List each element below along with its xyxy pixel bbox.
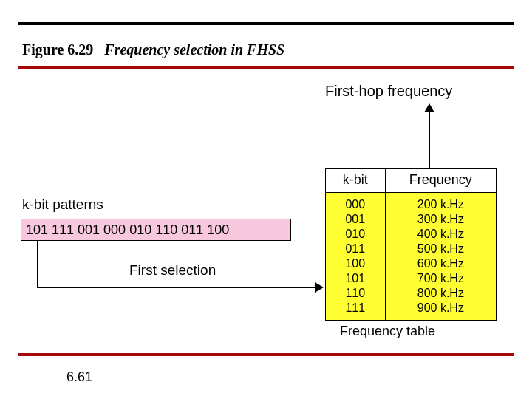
table-row: 600 k.Hz	[386, 256, 496, 271]
arrow-up-stem	[429, 111, 430, 163]
top-rule	[18, 22, 514, 25]
table-col-kbit: 000 001 010 011 100 101 110 111	[326, 193, 386, 320]
table-col-freq: 200 k.Hz 300 k.Hz 400 k.Hz 500 k.Hz 600 …	[386, 193, 496, 320]
kbit-patterns-label: k-bit patterns	[22, 197, 103, 213]
table-row: 200 k.Hz	[386, 197, 496, 212]
table-row: 100	[326, 256, 385, 271]
table-row: 400 k.Hz	[386, 227, 496, 242]
frequency-table: k-bit Frequency 000 001 010 011 100 101 …	[325, 168, 497, 321]
figure-caption: Frequency selection in FHSS	[104, 41, 284, 58]
table-row: 300 k.Hz	[386, 212, 496, 227]
table-row: 110	[326, 286, 385, 301]
arrow-right-head-icon	[315, 282, 324, 293]
table-row: 001	[326, 212, 385, 227]
bottom-rule	[18, 353, 514, 356]
table-row: 700 k.Hz	[386, 271, 496, 286]
table-header-freq: Frequency	[386, 169, 496, 192]
frequency-table-caption: Frequency table	[340, 324, 435, 339]
table-row: 101	[326, 271, 385, 286]
first-selection-label: First selection	[129, 262, 216, 279]
table-row: 010	[326, 227, 385, 242]
first-hop-label: First-hop frequency	[325, 83, 452, 100]
table-row: 800 k.Hz	[386, 286, 496, 301]
table-row: 011	[326, 242, 385, 256]
arrow-selection-horizontal	[37, 287, 315, 288]
pattern-sequence: 101 111 001 000 010 110 011 100	[21, 219, 291, 241]
table-row: 000	[326, 197, 385, 212]
page-number: 6.61	[66, 369, 92, 385]
title-underline	[18, 66, 514, 69]
table-header-kbit: k-bit	[326, 169, 386, 192]
table-row: 500 k.Hz	[386, 242, 496, 256]
table-row: 900 k.Hz	[386, 301, 496, 316]
arrow-selection-down	[37, 241, 38, 287]
figure-number: Figure 6.29	[22, 41, 93, 58]
table-row: 111	[326, 301, 385, 316]
figure-title: Figure 6.29 Frequency selection in FHSS	[22, 41, 284, 58]
arrow-up-base	[429, 163, 430, 168]
